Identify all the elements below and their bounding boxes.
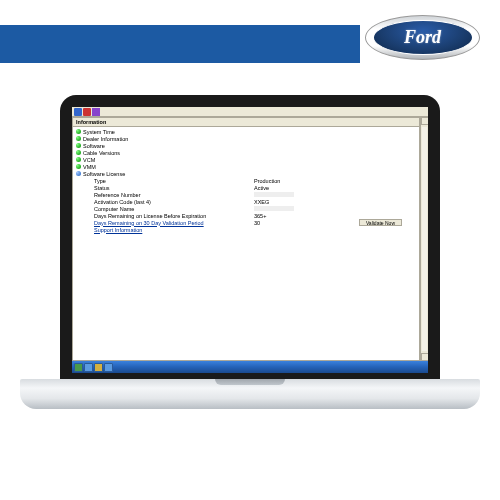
info-panel: Information System Time Dealer Informati… (72, 117, 420, 361)
taskbar-item[interactable] (94, 363, 103, 372)
tree-item-cable-versions[interactable]: Cable Versions (76, 149, 416, 156)
bullet-icon (76, 157, 81, 162)
row-label-link[interactable]: Days Remaining on 30 Day Validation Peri… (94, 220, 254, 226)
tree-item-software[interactable]: Software (76, 142, 416, 149)
tree-label: Software License (83, 171, 125, 177)
license-row-computer-name: Computer Name (76, 205, 416, 212)
laptop: Information System Time Dealer Informati… (20, 95, 480, 465)
row-label-link[interactable]: Support Information (94, 227, 254, 233)
toolbar-icon-1[interactable] (74, 108, 82, 116)
validate-now-button[interactable]: Validate Now (359, 219, 402, 226)
app-window: Information System Time Dealer Informati… (72, 107, 428, 373)
license-row-status: StatusActive (76, 184, 416, 191)
tree-item-vmm[interactable]: VMM (76, 163, 416, 170)
row-value-obscured (254, 192, 294, 197)
tree-label: VMM (83, 164, 96, 170)
start-button[interactable] (74, 363, 83, 372)
bullet-icon (76, 143, 81, 148)
taskbar-item[interactable] (84, 363, 93, 372)
row-label: Computer Name (94, 206, 254, 212)
row-value: 30 (254, 220, 260, 226)
row-value: XXEG (254, 199, 269, 205)
header-blue-bar (0, 25, 360, 63)
tree-label: Cable Versions (83, 150, 120, 156)
laptop-screen: Information System Time Dealer Informati… (60, 95, 440, 385)
taskbar-item[interactable] (104, 363, 113, 372)
taskbar (72, 361, 428, 373)
ford-logo-text: Ford (373, 20, 473, 55)
license-row-activation: Activation Code (last 4)XXEG (76, 198, 416, 205)
row-label: Type (94, 178, 254, 184)
tree-item-software-license[interactable]: Software License (76, 170, 416, 177)
vertical-scrollbar[interactable] (420, 117, 428, 361)
tree-item-dealer-info[interactable]: Dealer Information (76, 135, 416, 142)
row-label: Days Remaining on License Before Expirat… (94, 213, 254, 219)
license-row-days-validation: Days Remaining on 30 Day Validation Peri… (76, 219, 416, 226)
row-value: 365+ (254, 213, 266, 219)
bullet-icon (76, 129, 81, 134)
scroll-track[interactable] (422, 127, 427, 351)
bullet-icon (76, 164, 81, 169)
scroll-up-button[interactable] (421, 117, 428, 125)
tree-label: Dealer Information (83, 136, 128, 142)
tree-item-system-time[interactable]: System Time (76, 128, 416, 135)
row-label: Reference Number (94, 192, 254, 198)
page-header: Ford (0, 0, 500, 90)
row-label: Activation Code (last 4) (94, 199, 254, 205)
toolbar (72, 107, 428, 117)
tree-label: VCM (83, 157, 95, 163)
bullet-icon (76, 150, 81, 155)
laptop-notch (215, 379, 285, 385)
tree-item-vcm[interactable]: VCM (76, 156, 416, 163)
license-row-support: Support Information (76, 226, 416, 233)
toolbar-icon-2[interactable] (83, 108, 91, 116)
panel-title: Information (73, 118, 419, 127)
row-value: Production (254, 178, 280, 184)
row-label: Status (94, 185, 254, 191)
globe-icon (76, 171, 81, 176)
tree-label: Software (83, 143, 105, 149)
row-value: Active (254, 185, 269, 191)
ford-logo: Ford (365, 15, 480, 60)
toolbar-icon-3[interactable] (92, 108, 100, 116)
laptop-base (20, 379, 480, 409)
bullet-icon (76, 136, 81, 141)
tree-label: System Time (83, 129, 115, 135)
license-row-type: TypeProduction (76, 177, 416, 184)
scroll-down-button[interactable] (421, 353, 428, 361)
license-row-reference: Reference Number (76, 191, 416, 198)
row-value-obscured (254, 206, 294, 211)
panel-body: System Time Dealer Information Software … (73, 127, 419, 234)
license-row-days-expiration: Days Remaining on License Before Expirat… (76, 212, 416, 219)
